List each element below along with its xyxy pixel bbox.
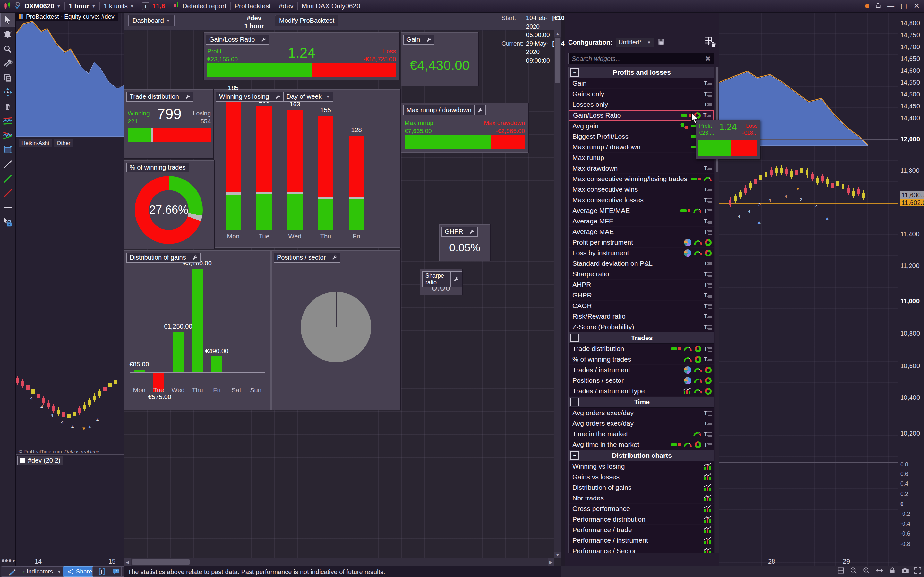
zoom-in-icon[interactable] [863,566,871,576]
chart-variant-icon[interactable] [704,473,712,481]
chart-variant-icon[interactable] [683,387,691,395]
alerts-tool[interactable] [1,27,15,42]
tab-detailed-report[interactable]: Detailed report [182,2,226,10]
widget-list-item[interactable]: Positions / sector [569,376,714,386]
donut-variant-icon[interactable] [704,388,712,395]
text-variant-icon[interactable]: T [704,197,712,203]
collapse-section-button[interactable]: − [570,334,579,342]
chart-window-tab[interactable]: ProBacktest - Equity curve: #dev [15,12,118,21]
widget-list-item[interactable]: Loss by instrument [569,248,714,258]
group-by-dropdown[interactable]: Day of week▼ [284,92,333,102]
text-variant-icon[interactable]: T [704,80,712,87]
link-icon[interactable] [14,1,21,11]
widget-list-item[interactable]: Max consecutive lossesT [569,195,714,205]
search-widgets-input[interactable]: Search widgets... ✖ [568,53,714,64]
widget-list-item[interactable]: Performance / Sector [569,546,714,553]
widget-list-item[interactable]: AHPRT [569,279,714,290]
widget-list-item[interactable]: Gains vs losses [569,472,714,482]
text-variant-icon[interactable]: T [703,112,711,119]
widget-list-item[interactable]: Standard deviation on P&LT [569,258,714,269]
widget-list-item[interactable]: Performance / instrument [569,535,714,546]
text-variant-icon[interactable]: T [704,356,712,363]
pie-variant-icon[interactable] [684,239,691,246]
delete-tool[interactable] [1,100,15,114]
clear-search-icon[interactable]: ✖ [705,55,711,63]
text-variant-icon[interactable]: T [704,282,712,288]
bar-variant-icon[interactable] [680,208,691,213]
scroll-right-arrow[interactable]: ▶ [548,558,554,566]
maximize-button[interactable]: ▢ [900,2,908,10]
scroll-left-arrow[interactable]: ◀ [124,558,131,566]
bullish-line-tool[interactable] [1,172,15,186]
chart-variant-icon[interactable] [704,516,712,523]
widget-gain-loss-ratio[interactable]: Gain/Loss Ratio Profit€23,155.00 1.24 Lo… [204,32,399,80]
more-menu[interactable]: ●●●▼ [1,557,16,564]
screens-variant-icon[interactable] [680,122,688,129]
text-variant-icon[interactable]: T [704,410,712,416]
indicator-preset-1-tool[interactable] [1,114,15,128]
text-variant-icon[interactable]: T [704,271,712,277]
text-variant-icon[interactable]: T [704,431,712,438]
wrench-icon[interactable] [182,92,194,102]
vscroll-thumb[interactable] [555,38,560,83]
donut-variant-icon[interactable] [694,356,702,363]
hscroll-thumb[interactable] [132,559,190,565]
chart-variant-icon[interactable] [704,505,712,513]
scroll-up-arrow[interactable]: ▲ [554,31,561,37]
widget-list-item[interactable]: Sharpe ratioT [569,269,714,279]
pie-variant-icon[interactable] [684,366,691,374]
chart-variant-icon[interactable] [704,494,712,502]
donut-variant-icon[interactable] [704,366,712,374]
grid-icon[interactable] [837,566,845,576]
fullscreen-icon[interactable] [914,566,922,576]
horizontal-line-tool[interactable] [1,201,15,215]
widget-list-item[interactable]: Max runup [569,153,714,163]
wrench-icon[interactable] [451,271,462,287]
gauge-variant-icon[interactable] [694,388,702,394]
text-variant-icon[interactable]: T [704,346,712,352]
widget-list-item[interactable]: Profit per instrument [569,237,714,248]
widget-list-item[interactable]: Gross performance [569,504,714,514]
screenshot-icon[interactable] [901,566,909,576]
widget-list-item[interactable]: Nbr trades [569,493,714,504]
tab-mini-dax[interactable]: Mini DAX Only0620 [302,2,360,10]
widget-list-item[interactable]: Avg orders exec/dayT [569,418,714,429]
share-button[interactable]: Share [63,566,96,577]
widget-pct-winning-trades[interactable]: % of winning trades 27.66% [124,160,214,249]
widget-list-item[interactable]: GHPRT [569,290,714,301]
widget-list-item[interactable]: Winning vs losing [569,461,714,472]
price-scale[interactable]: 14,80014,75014,70014,65014,60014,55014,5… [898,12,924,566]
widget-list-item[interactable]: GainT [569,78,714,89]
widget-gain[interactable]: Gain €4,430.00 [401,32,478,86]
widget-winning-vs-losing[interactable]: Winning vs losing Day of week▼ 185Mon168… [214,89,401,248]
collapse-section-button[interactable]: − [570,398,579,406]
widget-sharpe-ratio[interactable]: Sharpe ratio 0.06 [420,269,462,295]
gauge-variant-icon[interactable] [694,378,702,383]
widget-list-item[interactable]: Max runup / drawdown [569,142,714,153]
gauge-variant-icon[interactable] [683,357,692,362]
rectangle-tool[interactable] [1,143,15,157]
clear-dashboard-icon[interactable] [704,35,716,49]
minimize-button[interactable]: — [887,2,895,10]
instrument-selector[interactable]: DXM0620 [24,2,54,10]
equity-curve-chart[interactable]: ProBacktest - Equity curve: #dev Heikin-… [15,12,124,566]
trend-line-tool[interactable] [1,157,15,171]
widget-list-item[interactable]: Max drawdownT [569,163,714,174]
chart-variant-icon[interactable] [704,526,712,534]
share-window-icon[interactable] [874,2,882,11]
objects-tool[interactable] [1,56,15,71]
bar-variant-icon[interactable] [671,347,681,351]
widget-list-item[interactable]: Average MAET [569,227,714,237]
widget-list-item[interactable]: Gains onlyT [569,89,714,99]
widget-trade-distribution[interactable]: Trade distribution Winning221 799 Losing… [124,89,214,158]
horizontal-fit-icon[interactable] [875,566,884,576]
donut-variant-icon[interactable] [704,250,712,257]
indicators-button[interactable]: Indicators▼ [20,566,64,577]
wrench-icon[interactable] [475,105,486,115]
widget-list-item[interactable]: Average MFE/MAET [569,205,714,216]
text-variant-icon[interactable]: T [704,165,712,172]
gauge-variant-icon[interactable] [693,208,702,213]
dashboard-hscrollbar[interactable]: ◀ ▶ [124,558,554,566]
gauge-variant-icon[interactable] [694,367,702,372]
cursor-tool[interactable] [0,13,15,27]
